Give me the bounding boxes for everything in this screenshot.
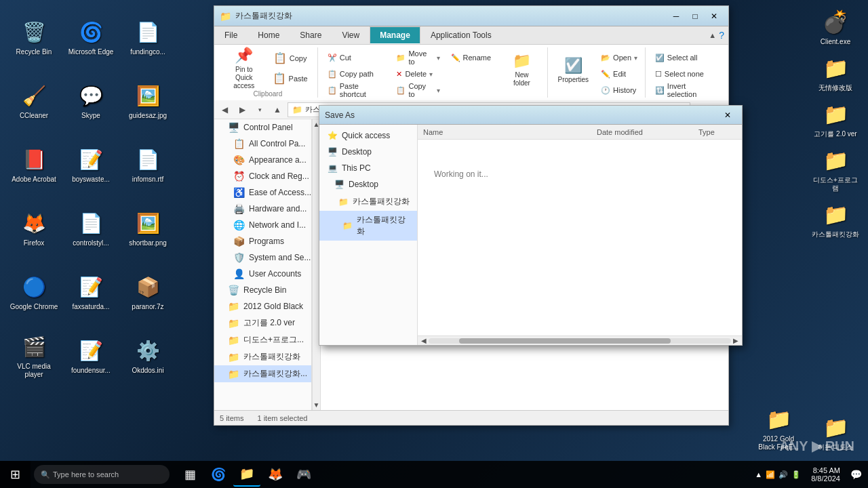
desktop-icon-guidesaz[interactable]: 🖼️ guidesaz.jpg (121, 70, 175, 131)
desktop-icon-firefox[interactable]: 🦊 Firefox (7, 198, 61, 259)
copy-to-button[interactable]: 📋 Copy to ▾ (392, 83, 443, 98)
paste-button[interactable]: 📋 Paste (267, 69, 313, 88)
scroll-left-button[interactable]: ◀ (419, 337, 429, 344)
help-icon[interactable]: ? (719, 30, 724, 41)
cut-button[interactable]: ✂️ Cut (323, 50, 390, 65)
desktop-icon-gogireul[interactable]: 📁 고기를 2.0 ver (808, 98, 863, 141)
desktop-icon-kastolpae[interactable]: 📁 카스톨패킷강화 (808, 198, 863, 241)
sidebar-item-all-control[interactable]: 📋 All Control Pa... (214, 136, 311, 152)
scroll-thumb[interactable] (459, 338, 671, 344)
desktop-icon-ccleaner[interactable]: 🧹 CCleaner (7, 70, 61, 131)
sidebar-item-appearance[interactable]: 🎨 Appearance a... (214, 152, 311, 168)
recent-button[interactable]: ▾ (252, 102, 267, 117)
desktop-icon-boyswaste[interactable]: 📝 boyswaste... (64, 134, 118, 195)
desktop-icon-paranor7z[interactable]: 📦 paranor.7z (121, 262, 175, 323)
scroll-track[interactable] (429, 338, 731, 344)
sidebar-item-gogireul[interactable]: 📁 고기를 2.0 ver (214, 314, 311, 331)
edit-button[interactable]: ✏️ Edit (597, 66, 642, 81)
desktop-icon-controlstyl[interactable]: 📄 controlstyl... (64, 198, 118, 259)
sidebar-item-hardware[interactable]: 🖨️ Hardware and... (214, 201, 311, 217)
task-view-button[interactable]: ▦ (176, 462, 203, 487)
close-button[interactable]: ✕ (705, 9, 723, 23)
desktop-icon-okddos[interactable]: ⚙️ Okddos.ini (121, 325, 175, 386)
adobe-label: Adobe Acrobat (12, 176, 56, 184)
dialog-sidebar-desktop2[interactable]: 🖥️ Desktop (319, 176, 417, 192)
delete-button[interactable]: ✕ Delete ▾ (392, 66, 443, 81)
start-button[interactable]: ⊞ (0, 461, 31, 488)
history-button[interactable]: 🕐 History (597, 83, 642, 98)
taskbar-clock[interactable]: 8:45 AM 8/8/2024 (808, 466, 844, 483)
up-button[interactable]: ▲ (270, 102, 285, 117)
sidebar-item-network[interactable]: 🌐 Network and I... (214, 217, 311, 233)
dialog-sidebar-folder1[interactable]: 📁 카스톨패킷강화 (319, 192, 417, 211)
dialog-sidebar-folder2[interactable]: 📁 카스톨패킷강화 (319, 211, 417, 241)
sidebar-item-control-panel[interactable]: 🖥️ Control Panel (214, 119, 311, 136)
sidebar-item-clock[interactable]: ⏰ Clock and Reg... (214, 168, 311, 184)
dialog-sidebar-quick-access[interactable]: ⭐ Quick access (319, 127, 417, 144)
new-folder-button[interactable]: 📁 New folder (500, 50, 543, 89)
taskbar-firefox[interactable]: 🦊 (262, 462, 289, 487)
minimize-button[interactable]: ─ (667, 9, 685, 23)
maximize-button[interactable]: □ (686, 9, 704, 23)
sidebar-item-kasutol1[interactable]: 📁 카스톨패킷강화 (214, 348, 311, 365)
scroll-down-button[interactable]: ▼ (312, 400, 321, 410)
sys-expand-icon[interactable]: ▲ (755, 470, 762, 479)
tab-view[interactable]: View (332, 26, 370, 44)
dialog-col-name[interactable]: Name (420, 128, 597, 136)
move-to-button[interactable]: 📁 Move to ▾ (392, 50, 443, 65)
desktop-icon-didoseu[interactable]: 📁 디도스+프로그램 (808, 144, 863, 195)
taskbar-search[interactable]: 🔍 Type here to search (34, 465, 170, 484)
scroll-right-button[interactable]: ▶ (731, 337, 741, 344)
dialog-sidebar-desktop[interactable]: 🖥️ Desktop (319, 144, 417, 160)
client-label: Client.exe (821, 38, 850, 46)
desktop-icon-client[interactable]: 💣 Client.exe (808, 5, 863, 49)
taskbar-game[interactable]: 🎮 (290, 462, 317, 487)
copy-button[interactable]: 📋 Copy (267, 49, 313, 68)
desktop-icon-wumiao[interactable]: 📁 无情修改版 (808, 52, 863, 95)
desktop-icon-chrome[interactable]: 🔵 Google Chrome (7, 262, 61, 323)
notification-button[interactable]: 💬 (844, 461, 868, 488)
desktop-icon-edge[interactable]: 🌀 Microsoft Edge (64, 7, 118, 68)
open-button[interactable]: 📂 Open ▾ (597, 50, 642, 65)
desktop-icon-infomsn[interactable]: 📄 infomsn.rtf (121, 134, 175, 195)
dialog-sidebar-this-pc[interactable]: 💻 This PC (319, 160, 417, 176)
properties-button[interactable]: ☑️ Properties (553, 50, 595, 89)
tab-share[interactable]: Share (290, 26, 332, 44)
sidebar-item-kasutol2[interactable]: 📁 카스톨패킷강화... (214, 365, 311, 382)
desktop-icon-vlc[interactable]: 🎬 VLC media player (7, 325, 61, 386)
tab-file[interactable]: File (214, 26, 248, 44)
sidebar-item-recycle[interactable]: 🗑️ Recycle Bin (214, 282, 311, 298)
dialog-col-date[interactable]: Date modified (597, 128, 698, 136)
sidebar-item-ease[interactable]: ♿ Ease of Access... (214, 184, 311, 201)
forward-button[interactable]: ▶ (235, 102, 250, 117)
taskbar-explorer[interactable]: 📁 (233, 462, 260, 487)
copy-path-button[interactable]: 📋 Copy path (323, 66, 390, 81)
paste-shortcut-button[interactable]: 📋 Paste shortcut (323, 83, 390, 98)
select-all-button[interactable]: ☑️ Select all (651, 50, 720, 65)
sidebar-item-2012gold[interactable]: 📁 2012 Gold Black (214, 298, 311, 314)
sidebar-item-user-accounts[interactable]: 👤 User Accounts (214, 266, 311, 282)
dialog-col-type[interactable]: Type (698, 128, 739, 136)
tab-home[interactable]: Home (248, 26, 290, 44)
taskbar-edge[interactable]: 🌀 (205, 462, 232, 487)
desktop-icon-adobe[interactable]: 📕 Adobe Acrobat (7, 134, 61, 195)
sidebar-item-didoseu2[interactable]: 📁 디도스+프로그... (214, 331, 311, 348)
tab-application-tools[interactable]: Application Tools (420, 26, 502, 44)
sidebar-item-system[interactable]: 🛡️ System and Se... (214, 249, 311, 266)
rename-button[interactable]: ✏️ Rename (447, 50, 496, 65)
select-none-button[interactable]: ☐ Select none (651, 66, 720, 81)
tab-manage[interactable]: Manage (370, 26, 420, 44)
pin-to-quick-access-button[interactable]: 📌 Pin to Quick access (222, 49, 266, 88)
back-button[interactable]: ◀ (217, 102, 232, 117)
dialog-close-button[interactable]: ✕ (719, 108, 736, 122)
desktop-icon-skype[interactable]: 💬 Skype (64, 70, 118, 131)
sidebar-item-programs[interactable]: 📦 Programs (214, 233, 311, 249)
ribbon-collapse-icon[interactable]: ▲ (709, 31, 716, 39)
desktop-icon-recycle-bin[interactable]: 🗑️ Recycle Bin (7, 7, 61, 68)
desktop-icon-foundensur[interactable]: 📝 foundensur... (64, 325, 118, 386)
desktop-icon-faxsaturda[interactable]: 📝 faxsaturda... (64, 262, 118, 323)
desktop-icon-funding[interactable]: 📄 fundingco... (121, 7, 175, 68)
desktop-icon-shortbar[interactable]: 🖼️ shortbar.png (121, 198, 175, 259)
invert-selection-button[interactable]: 🔃 Invert selection (651, 83, 720, 98)
dialog-scrollbar-horizontal[interactable]: ◀ ▶ (418, 336, 742, 345)
